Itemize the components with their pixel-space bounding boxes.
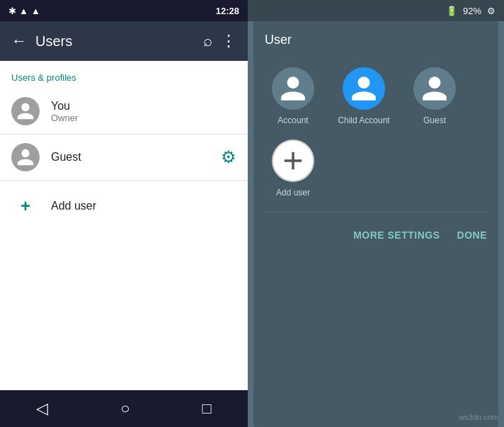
users-list: Users & profiles You Owner Guest — [0, 61, 248, 390]
add-user-avatar — [272, 140, 314, 182]
user-name-guest: Guest — [51, 151, 221, 164]
user-item-guest[interactable]: Guest ⚙ — [0, 135, 248, 181]
account-avatar — [272, 67, 314, 110]
more-settings-button[interactable]: MORE SETTINGS — [353, 224, 440, 246]
toolbar: ← Users ⌕ ⋮ — [0, 21, 248, 61]
status-icons-left: ✱ ▲ ▲ — [8, 6, 40, 16]
page-title: Users — [35, 33, 195, 50]
wifi-icon: ▲ — [19, 6, 28, 16]
more-button[interactable]: ⋮ — [221, 32, 236, 50]
child-account-label: Child Account — [338, 115, 389, 125]
dialog-actions: MORE SETTINGS DONE — [265, 212, 487, 246]
user-item-you[interactable]: You Owner — [0, 89, 248, 135]
status-time: 12:28 — [216, 6, 239, 16]
done-button[interactable]: DONE — [457, 224, 487, 246]
guest-option[interactable]: Guest — [406, 67, 463, 125]
status-bar-left: ✱ ▲ ▲ 12:28 — [0, 0, 248, 21]
guest-avatar — [413, 67, 456, 110]
child-account-avatar — [343, 67, 385, 110]
avatar-you — [11, 97, 40, 125]
user-name-you: You — [51, 100, 236, 113]
add-user-icon: + — [11, 192, 40, 220]
section-header: Users & profiles — [0, 61, 248, 89]
back-button[interactable]: ← — [11, 32, 27, 50]
settings-icon[interactable]: ⚙ — [487, 6, 496, 16]
guest-gear-icon[interactable]: ⚙ — [221, 147, 236, 167]
add-user-item[interactable]: + Add user — [0, 181, 248, 232]
account-option[interactable]: Account — [265, 67, 321, 125]
signal-icon: ▲ — [31, 6, 40, 16]
status-bar-right: 🔋 92% ⚙ — [248, 0, 504, 21]
recents-nav-icon[interactable]: □ — [202, 399, 212, 418]
add-user-option-label: Add user — [276, 188, 310, 198]
search-button[interactable]: ⌕ — [203, 32, 212, 50]
user-dialog: User Account Child Account — [253, 21, 498, 427]
battery-percent: 92% — [463, 6, 481, 16]
user-info-guest: Guest — [51, 151, 221, 164]
right-panel: 🔋 92% ⚙ User Account — [248, 0, 504, 427]
left-panel: ✱ ▲ ▲ 12:28 ← Users ⌕ ⋮ Users & profiles… — [0, 0, 248, 427]
user-info-you: You Owner — [51, 100, 236, 123]
battery-icon: 🔋 — [446, 6, 457, 16]
dialog-title: User — [265, 33, 487, 47]
guest-label: Guest — [423, 115, 446, 125]
watermark: ws3dn.com — [459, 413, 498, 421]
user-role-you: Owner — [51, 113, 236, 123]
home-nav-icon[interactable]: ○ — [120, 399, 130, 418]
clock: 12:28 — [216, 6, 239, 16]
back-nav-icon[interactable]: ◁ — [36, 399, 48, 418]
user-options: Account Child Account Guest — [265, 62, 487, 212]
add-user-option[interactable]: Add user — [265, 140, 321, 198]
account-label: Account — [277, 115, 308, 125]
nav-bar: ◁ ○ □ — [0, 390, 248, 427]
child-account-option[interactable]: Child Account — [336, 67, 392, 125]
add-user-label: Add user — [51, 200, 96, 212]
avatar-guest — [11, 143, 40, 171]
bluetooth-icon: ✱ — [8, 6, 16, 16]
